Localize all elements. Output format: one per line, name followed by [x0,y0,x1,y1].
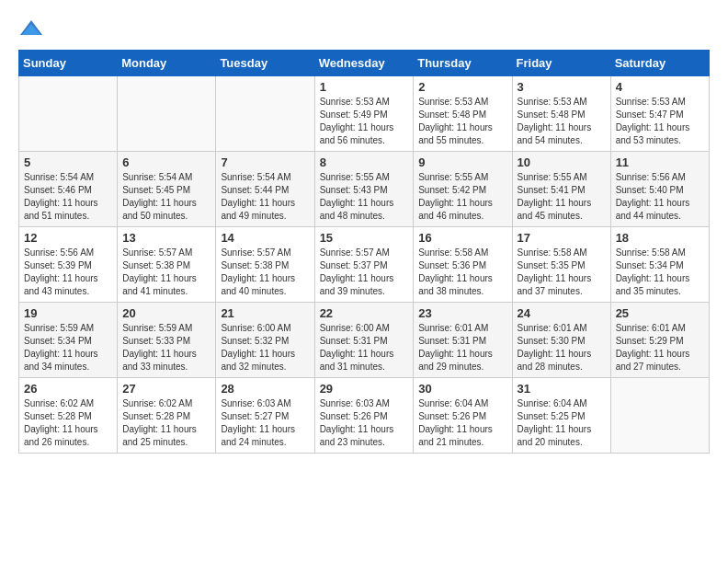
day-info: Sunrise: 5:53 AM Sunset: 5:47 PM Dayligh… [616,96,704,147]
day-number: 30 [418,382,506,396]
calendar-cell: 11Sunrise: 5:56 AM Sunset: 5:40 PM Dayli… [610,152,709,227]
weekday-header: Friday [512,51,610,76]
day-info: Sunrise: 5:53 AM Sunset: 5:48 PM Dayligh… [518,96,606,147]
weekday-header: Sunday [19,51,118,76]
calendar-week-row: 12Sunrise: 5:56 AM Sunset: 5:39 PM Dayli… [19,227,710,303]
calendar-cell: 28Sunrise: 6:03 AM Sunset: 5:27 PM Dayli… [216,378,314,454]
day-info: Sunrise: 6:03 AM Sunset: 5:26 PM Dayligh… [320,397,409,449]
day-number: 13 [122,231,210,245]
day-number: 22 [320,306,409,320]
calendar-cell: 26Sunrise: 6:02 AM Sunset: 5:28 PM Dayli… [19,378,118,454]
day-info: Sunrise: 5:56 AM Sunset: 5:40 PM Dayligh… [616,171,704,223]
day-number: 3 [518,80,606,94]
day-info: Sunrise: 5:55 AM Sunset: 5:43 PM Dayligh… [320,171,409,223]
day-info: Sunrise: 5:59 AM Sunset: 5:34 PM Dayligh… [24,322,112,373]
day-info: Sunrise: 6:04 AM Sunset: 5:25 PM Dayligh… [518,397,606,449]
day-number: 29 [320,382,409,396]
calendar-cell: 5Sunrise: 5:54 AM Sunset: 5:46 PM Daylig… [19,152,118,227]
day-number: 9 [418,155,506,169]
calendar-cell: 30Sunrise: 6:04 AM Sunset: 5:26 PM Dayli… [414,378,512,454]
day-info: Sunrise: 5:57 AM Sunset: 5:37 PM Dayligh… [320,247,409,298]
calendar-cell: 4Sunrise: 5:53 AM Sunset: 5:47 PM Daylig… [610,76,709,152]
day-info: Sunrise: 5:58 AM Sunset: 5:36 PM Dayligh… [418,247,506,298]
day-number: 10 [518,155,606,169]
calendar-week-row: 5Sunrise: 5:54 AM Sunset: 5:46 PM Daylig… [19,152,710,227]
day-info: Sunrise: 6:04 AM Sunset: 5:26 PM Dayligh… [418,397,506,449]
day-info: Sunrise: 5:54 AM Sunset: 5:45 PM Dayligh… [122,171,210,223]
calendar-cell: 20Sunrise: 5:59 AM Sunset: 5:33 PM Dayli… [118,303,216,378]
day-number: 8 [320,155,409,169]
day-info: Sunrise: 5:54 AM Sunset: 5:44 PM Dayligh… [221,171,309,223]
weekday-header-row: SundayMondayTuesdayWednesdayThursdayFrid… [19,51,710,76]
calendar-cell: 13Sunrise: 5:57 AM Sunset: 5:38 PM Dayli… [118,227,216,303]
calendar-cell: 2Sunrise: 5:53 AM Sunset: 5:48 PM Daylig… [414,76,512,152]
day-info: Sunrise: 6:01 AM Sunset: 5:29 PM Dayligh… [616,322,704,373]
day-number: 24 [518,306,606,320]
day-info: Sunrise: 6:02 AM Sunset: 5:28 PM Dayligh… [122,397,210,449]
weekday-header: Monday [118,51,216,76]
day-number: 31 [518,382,606,396]
calendar-cell [19,76,118,152]
day-number: 11 [616,155,704,169]
calendar-table: SundayMondayTuesdayWednesdayThursdayFrid… [18,50,710,454]
day-number: 19 [24,306,112,320]
calendar-cell: 14Sunrise: 5:57 AM Sunset: 5:38 PM Dayli… [216,227,314,303]
day-info: Sunrise: 5:53 AM Sunset: 5:49 PM Dayligh… [320,96,409,147]
calendar-cell: 21Sunrise: 6:00 AM Sunset: 5:32 PM Dayli… [216,303,314,378]
day-info: Sunrise: 5:55 AM Sunset: 5:42 PM Dayligh… [418,171,506,223]
calendar-cell: 3Sunrise: 5:53 AM Sunset: 5:48 PM Daylig… [512,76,610,152]
day-number: 21 [221,306,309,320]
calendar-week-row: 26Sunrise: 6:02 AM Sunset: 5:28 PM Dayli… [19,378,710,454]
calendar-cell: 31Sunrise: 6:04 AM Sunset: 5:25 PM Dayli… [512,378,610,454]
calendar-cell: 25Sunrise: 6:01 AM Sunset: 5:29 PM Dayli… [610,303,709,378]
day-number: 4 [616,80,704,94]
day-info: Sunrise: 5:57 AM Sunset: 5:38 PM Dayligh… [122,247,210,298]
day-number: 25 [616,306,704,320]
day-info: Sunrise: 6:03 AM Sunset: 5:27 PM Dayligh… [221,397,309,449]
calendar-cell: 1Sunrise: 5:53 AM Sunset: 5:49 PM Daylig… [314,76,414,152]
calendar-week-row: 19Sunrise: 5:59 AM Sunset: 5:34 PM Dayli… [19,303,710,378]
day-number: 28 [221,382,309,396]
day-info: Sunrise: 6:02 AM Sunset: 5:28 PM Dayligh… [24,397,112,449]
day-info: Sunrise: 5:55 AM Sunset: 5:41 PM Dayligh… [518,171,606,223]
day-info: Sunrise: 5:53 AM Sunset: 5:48 PM Dayligh… [418,96,506,147]
day-number: 15 [320,231,409,245]
calendar-cell: 10Sunrise: 5:55 AM Sunset: 5:41 PM Dayli… [512,152,610,227]
weekday-header: Thursday [414,51,512,76]
calendar-cell: 23Sunrise: 6:01 AM Sunset: 5:31 PM Dayli… [414,303,512,378]
weekday-header: Saturday [610,51,709,76]
day-number: 17 [518,231,606,245]
day-number: 23 [418,306,506,320]
day-number: 16 [418,231,506,245]
calendar-cell: 18Sunrise: 5:58 AM Sunset: 5:34 PM Dayli… [610,227,709,303]
day-info: Sunrise: 6:01 AM Sunset: 5:30 PM Dayligh… [518,322,606,373]
day-info: Sunrise: 6:00 AM Sunset: 5:31 PM Dayligh… [320,322,409,373]
day-number: 14 [221,231,309,245]
day-number: 27 [122,382,210,396]
day-number: 12 [24,231,112,245]
calendar-cell [610,378,709,454]
day-info: Sunrise: 5:54 AM Sunset: 5:46 PM Dayligh… [24,171,112,223]
day-number: 7 [221,155,309,169]
day-info: Sunrise: 6:01 AM Sunset: 5:31 PM Dayligh… [418,322,506,373]
logo-icon [18,18,44,40]
day-number: 1 [320,80,409,94]
day-info: Sunrise: 5:58 AM Sunset: 5:35 PM Dayligh… [518,247,606,298]
calendar-cell: 16Sunrise: 5:58 AM Sunset: 5:36 PM Dayli… [414,227,512,303]
calendar-week-row: 1Sunrise: 5:53 AM Sunset: 5:49 PM Daylig… [19,76,710,152]
calendar-cell: 6Sunrise: 5:54 AM Sunset: 5:45 PM Daylig… [118,152,216,227]
calendar-cell: 19Sunrise: 5:59 AM Sunset: 5:34 PM Dayli… [19,303,118,378]
day-number: 26 [24,382,112,396]
calendar-cell: 27Sunrise: 6:02 AM Sunset: 5:28 PM Dayli… [118,378,216,454]
weekday-header: Tuesday [216,51,314,76]
weekday-header: Wednesday [314,51,414,76]
day-info: Sunrise: 5:57 AM Sunset: 5:38 PM Dayligh… [221,247,309,298]
logo [18,18,46,40]
day-number: 5 [24,155,112,169]
calendar-cell [118,76,216,152]
calendar-cell: 29Sunrise: 6:03 AM Sunset: 5:26 PM Dayli… [314,378,414,454]
day-info: Sunrise: 6:00 AM Sunset: 5:32 PM Dayligh… [221,322,309,373]
page-header [18,18,710,40]
day-number: 2 [418,80,506,94]
day-info: Sunrise: 5:56 AM Sunset: 5:39 PM Dayligh… [24,247,112,298]
